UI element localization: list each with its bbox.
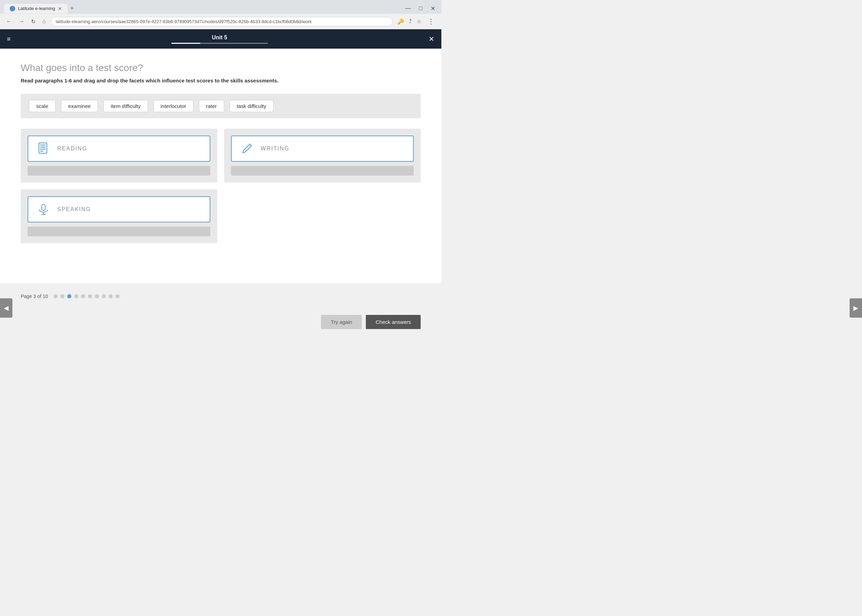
browser-chrome: Latitude e-learning ✕ + — □ ✕ ← → ↻ ⌂ la… xyxy=(0,0,441,29)
reading-header: READING xyxy=(28,135,210,162)
speaking-label: SPEAKING xyxy=(57,206,91,212)
dot-8[interactable] xyxy=(102,294,106,299)
forward-button[interactable]: → xyxy=(17,17,26,26)
reading-icon xyxy=(35,140,52,157)
drop-zone-speaking[interactable]: SPEAKING xyxy=(21,189,217,243)
browser-menu-button[interactable]: ⋮ xyxy=(425,16,437,27)
dot-2[interactable] xyxy=(60,294,64,299)
try-again-button[interactable]: Try again xyxy=(321,315,362,329)
new-tab-button[interactable]: + xyxy=(68,3,77,13)
svg-rect-3 xyxy=(40,149,46,150)
reading-drop-slot[interactable] xyxy=(28,166,210,176)
hamburger-menu-button[interactable]: ≡ xyxy=(7,36,11,43)
dot-4[interactable] xyxy=(74,294,78,299)
dot-10[interactable] xyxy=(116,294,119,299)
speaking-icon xyxy=(35,201,52,218)
refresh-button[interactable]: ↻ xyxy=(29,17,38,26)
back-button[interactable]: ← xyxy=(4,17,14,26)
page-instruction: Read paragraphs 1-6 and drag and drop th… xyxy=(21,78,421,83)
action-buttons: Try again Check answers xyxy=(0,310,441,335)
drag-item-rater[interactable]: rater xyxy=(199,100,224,112)
share-icon[interactable]: ⤴ xyxy=(408,17,413,26)
address-bar[interactable]: latitude-elearning.aero/courses/aae32865… xyxy=(51,17,393,26)
speaking-header: SPEAKING xyxy=(28,196,210,222)
dot-1[interactable] xyxy=(53,294,58,299)
pagination-dots xyxy=(53,294,119,299)
content-area: What goes into a test score? Read paragr… xyxy=(0,49,441,283)
browser-titlebar: Latitude e-learning ✕ + — □ ✕ xyxy=(0,0,441,14)
close-window-button[interactable]: ✕ xyxy=(429,5,437,13)
dot-5[interactable] xyxy=(81,294,85,299)
minimize-button[interactable]: — xyxy=(403,5,413,13)
drag-items-container: scale examinee item difficulty interlocu… xyxy=(21,94,421,118)
writing-icon xyxy=(239,140,255,157)
key-icon[interactable]: 🔑 xyxy=(396,17,405,26)
svg-rect-5 xyxy=(42,204,45,211)
dot-3[interactable] xyxy=(67,294,71,299)
progress-bar xyxy=(171,43,268,44)
writing-header: WRITING xyxy=(231,135,414,162)
header-left: ≡ xyxy=(7,36,11,43)
toolbar-icons: 🔑 ⤴ ☆ ⋮ xyxy=(396,16,437,27)
dot-6[interactable] xyxy=(88,294,92,299)
svg-rect-0 xyxy=(39,143,47,153)
speaking-drop-slot[interactable] xyxy=(28,226,210,236)
writing-label: WRITING xyxy=(261,146,289,152)
reading-label: READING xyxy=(57,146,87,152)
window-controls: — □ ✕ xyxy=(403,5,437,13)
page-title: What goes into a test score? xyxy=(21,63,421,74)
drag-item-scale[interactable]: scale xyxy=(29,100,55,112)
home-button[interactable]: ⌂ xyxy=(40,17,48,26)
maximize-button[interactable]: □ xyxy=(417,5,424,13)
drop-zone-reading[interactable]: READING xyxy=(21,129,217,182)
unit-title: Unit 5 xyxy=(212,35,227,41)
drop-zones-grid: READING WRITING xyxy=(21,129,421,243)
tab-label: Latitude e-learning xyxy=(18,6,55,11)
close-course-button[interactable]: ✕ xyxy=(429,35,435,43)
svg-rect-4 xyxy=(40,151,44,152)
app-header: ≡ Unit 5 ✕ xyxy=(0,29,441,49)
header-title-area: Unit 5 xyxy=(11,35,429,44)
dot-9[interactable] xyxy=(108,294,113,299)
header-right: ✕ xyxy=(429,35,435,43)
drag-item-examinee[interactable]: examinee xyxy=(61,100,98,112)
url-text: latitude-elearning.aero/courses/aae32865… xyxy=(56,19,312,24)
tab-favicon xyxy=(9,6,15,11)
dot-7[interactable] xyxy=(95,294,99,299)
progress-bar-fill xyxy=(171,43,200,44)
drop-zone-writing[interactable]: WRITING xyxy=(224,129,421,182)
star-icon[interactable]: ☆ xyxy=(415,17,423,26)
drag-item-task-difficulty[interactable]: task difficulty xyxy=(230,100,274,112)
browser-toolbar: ← → ↻ ⌂ latitude-elearning.aero/courses/… xyxy=(0,14,441,29)
writing-drop-slot[interactable] xyxy=(231,166,414,176)
pagination-area: Page 3 of 10 xyxy=(0,283,441,310)
tab-close-icon[interactable]: ✕ xyxy=(58,6,62,11)
svg-rect-1 xyxy=(40,145,46,146)
svg-rect-2 xyxy=(40,146,46,148)
browser-tab-active[interactable]: Latitude e-learning ✕ xyxy=(4,4,68,13)
check-answers-button[interactable]: Check answers xyxy=(366,315,421,329)
drag-item-interlocutor[interactable]: interlocutor xyxy=(154,100,193,112)
page-info: Page 3 of 10 xyxy=(21,294,48,299)
previous-page-button[interactable]: ◀ xyxy=(0,299,13,317)
browser-tabs: Latitude e-learning ✕ + xyxy=(4,3,77,13)
drag-item-item-difficulty[interactable]: item difficulty xyxy=(104,100,148,112)
